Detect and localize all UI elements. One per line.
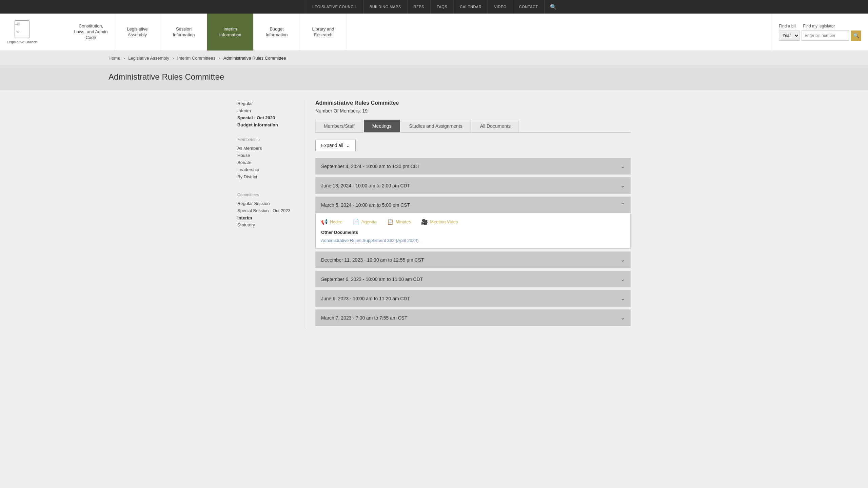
- sidebar-item-budget-info[interactable]: Budget Information: [237, 121, 298, 128]
- logo-text: Legislative Branch: [7, 40, 37, 44]
- bill-finder-wrapper: Find a bill Find my legislator Year 2025…: [779, 24, 861, 41]
- tab-members-staff[interactable]: Members/Staff: [315, 120, 363, 132]
- chevron-down-icon: ⌄: [620, 182, 625, 189]
- top-nav-contact[interactable]: CONTACT: [513, 0, 545, 14]
- sidebar-item-interim[interactable]: Interim: [237, 107, 298, 114]
- meeting-item-dec-11-2023: December 11, 2023 - 10:00 am to 12:55 pm…: [315, 251, 631, 268]
- sidebar-item-statutory[interactable]: Statutory: [237, 221, 298, 228]
- meetings-list: September 4, 2024 - 10:00 am to 1:30 pm …: [315, 158, 631, 326]
- chevron-up-icon: ⌃: [620, 202, 625, 208]
- agenda-label: Agenda: [361, 219, 377, 224]
- top-nav-video[interactable]: VIDEO: [488, 0, 513, 14]
- nav-item-interim-information[interactable]: Interim Information: [207, 14, 254, 50]
- main-nav-links: Constitution, Laws, and Admin Code Legis…: [68, 14, 772, 50]
- meeting-item-mar-5-2024: March 5, 2024 - 10:00 am to 5:00 pm CST …: [315, 197, 631, 249]
- top-nav-faqs[interactable]: FAQS: [431, 0, 454, 14]
- bill-search-button[interactable]: 🔍: [851, 30, 861, 41]
- chevron-down-icon: ⌄: [620, 276, 625, 282]
- nav-item-constitution[interactable]: Constitution, Laws, and Admin Code: [68, 14, 114, 50]
- sidebar-item-regular[interactable]: Regular: [237, 100, 298, 107]
- top-nav-building-maps[interactable]: BUILDING MAPS: [363, 0, 408, 14]
- committee-title: Administrative Rules Committee: [315, 100, 631, 106]
- breadcrumb-sep-2: ›: [173, 56, 174, 61]
- meeting-header-jun-13-2024[interactable]: June 13, 2024 - 10:00 am to 2:00 pm CDT …: [316, 178, 630, 194]
- sidebar-item-all-members[interactable]: All Members: [237, 145, 298, 152]
- minutes-label: Minutes: [396, 219, 411, 224]
- breadcrumb-current: Administrative Rules Committee: [223, 56, 286, 61]
- top-nav-legislative-council[interactable]: LEGISLATIVE COUNCIL: [306, 0, 363, 14]
- bill-number-input[interactable]: [802, 30, 849, 41]
- minutes-icon: 📋: [387, 219, 394, 225]
- logo-area: ND Legislative Branch: [0, 14, 68, 50]
- tab-studies-assignments[interactable]: Studies and Assignments: [401, 120, 471, 132]
- breadcrumb-sep-3: ›: [219, 56, 220, 61]
- tab-all-documents[interactable]: All Documents: [472, 120, 519, 132]
- sidebar-item-house[interactable]: House: [237, 152, 298, 159]
- meeting-label-jun-13-2024: June 13, 2024 - 10:00 am to 2:00 pm CDT: [321, 183, 410, 188]
- other-doc-admin-rules[interactable]: Administrative Rules Supplement 392 (Apr…: [321, 238, 419, 243]
- main-content: Administrative Rules Committee Number Of…: [305, 100, 631, 329]
- meeting-header-sep-4-2024[interactable]: September 4, 2024 - 10:00 am to 1:30 pm …: [316, 158, 630, 174]
- notice-label: Notice: [330, 219, 342, 224]
- sidebar-item-interim-active[interactable]: Interim: [237, 214, 298, 221]
- chevron-down-icon: ⌄: [620, 314, 625, 321]
- meeting-item-jun-6-2023: June 6, 2023 - 10:00 am to 11:20 am CDT …: [315, 290, 631, 307]
- year-select[interactable]: Year 2025 2024 2023 2022: [779, 30, 800, 41]
- breadcrumb-home[interactable]: Home: [108, 56, 120, 61]
- sidebar-item-senate[interactable]: Senate: [237, 159, 298, 166]
- expand-all-button[interactable]: Expand all ⌄: [315, 140, 356, 151]
- bill-finder-labels: Find a bill Find my legislator: [779, 24, 861, 28]
- search-icon-button[interactable]: 🔍: [545, 0, 562, 14]
- meeting-label-sep-6-2023: September 6, 2023 - 10:00 am to 11:00 am…: [321, 277, 423, 282]
- doc-notice-link[interactable]: 📢 Notice: [321, 219, 342, 225]
- doc-video-link[interactable]: 🎥 Meeting Video: [421, 219, 458, 225]
- meeting-expanded-mar-5-2024: 📢 Notice 📄 Agenda 📋 Minutes 🎥: [316, 213, 630, 248]
- breadcrumb-legislative-assembly[interactable]: Legislative Assembly: [128, 56, 169, 61]
- sidebar-item-leadership[interactable]: Leadership: [237, 166, 298, 173]
- other-docs-label: Other Documents: [321, 230, 625, 235]
- nav-item-library-research[interactable]: Library and Research: [300, 14, 347, 50]
- agenda-icon: 📄: [353, 219, 359, 225]
- nav-item-session-information[interactable]: Session Information: [161, 14, 207, 50]
- bill-finder: Find a bill Find my legislator Year 2025…: [772, 14, 868, 50]
- meeting-header-mar-5-2024[interactable]: March 5, 2024 - 10:00 am to 5:00 pm CST …: [316, 197, 630, 213]
- meeting-label-mar-5-2024: March 5, 2024 - 10:00 am to 5:00 pm CST: [321, 202, 410, 208]
- top-nav-rfps[interactable]: RFPS: [408, 0, 431, 14]
- sidebar-section-membership: Membership All Members House Senate Lead…: [237, 132, 298, 180]
- meeting-header-sep-6-2023[interactable]: September 6, 2023 - 10:00 am to 11:00 am…: [316, 271, 630, 287]
- meeting-label-sep-4-2024: September 4, 2024 - 10:00 am to 1:30 pm …: [321, 164, 420, 169]
- expand-all-label: Expand all: [321, 143, 343, 148]
- video-icon: 🎥: [421, 219, 428, 225]
- nav-item-budget-information[interactable]: Budget Information: [254, 14, 300, 50]
- breadcrumb-sep-1: ›: [123, 56, 125, 61]
- top-nav-calendar[interactable]: CALENDAR: [454, 0, 488, 14]
- sidebar-top-links: Regular Interim Special - Oct 2023 Budge…: [237, 100, 298, 128]
- sidebar-item-special-session[interactable]: Special Session - Oct 2023: [237, 207, 298, 214]
- meeting-label-dec-11-2023: December 11, 2023 - 10:00 am to 12:55 pm…: [321, 257, 424, 263]
- sidebar-item-by-district[interactable]: By District: [237, 173, 298, 180]
- content-wrapper: Regular Interim Special - Oct 2023 Budge…: [231, 90, 637, 339]
- expand-all-chevron-icon: ⌄: [346, 143, 350, 148]
- logo-box: ND Legislative Branch: [7, 20, 37, 44]
- find-bill-label: Find a bill: [779, 24, 796, 28]
- chevron-down-icon: ⌄: [620, 257, 625, 263]
- doc-agenda-link[interactable]: 📄 Agenda: [353, 219, 377, 225]
- top-nav: LEGISLATIVE COUNCIL BUILDING MAPS RFPS F…: [0, 0, 868, 14]
- page-title: Administrative Rules Committee: [108, 72, 760, 82]
- meeting-label-mar-7-2023: March 7, 2023 - 7:00 am to 7:55 am CST: [321, 315, 407, 321]
- meeting-header-mar-7-2023[interactable]: March 7, 2023 - 7:00 am to 7:55 am CST ⌄: [316, 310, 630, 326]
- sidebar-item-regular-session[interactable]: Regular Session: [237, 200, 298, 207]
- meeting-docs: 📢 Notice 📄 Agenda 📋 Minutes 🎥: [321, 219, 625, 225]
- meeting-header-jun-6-2023[interactable]: June 6, 2023 - 10:00 am to 11:20 am CDT …: [316, 290, 630, 306]
- breadcrumb: Home › Legislative Assembly › Interim Co…: [0, 51, 868, 65]
- meeting-item-sep-6-2023: September 6, 2023 - 10:00 am to 11:00 am…: [315, 271, 631, 287]
- nav-item-legislative-assembly[interactable]: Legislative Assembly: [114, 14, 161, 50]
- sidebar: Regular Interim Special - Oct 2023 Budge…: [237, 100, 305, 329]
- tab-meetings[interactable]: Meetings: [364, 120, 400, 132]
- doc-minutes-link[interactable]: 📋 Minutes: [387, 219, 411, 225]
- meeting-header-dec-11-2023[interactable]: December 11, 2023 - 10:00 am to 12:55 pm…: [316, 252, 630, 268]
- chevron-down-icon: ⌄: [620, 295, 625, 302]
- breadcrumb-interim-committees[interactable]: Interim Committees: [177, 56, 216, 61]
- committees-section-label: Committees: [237, 187, 298, 197]
- sidebar-item-special-oct-2023[interactable]: Special - Oct 2023: [237, 114, 298, 121]
